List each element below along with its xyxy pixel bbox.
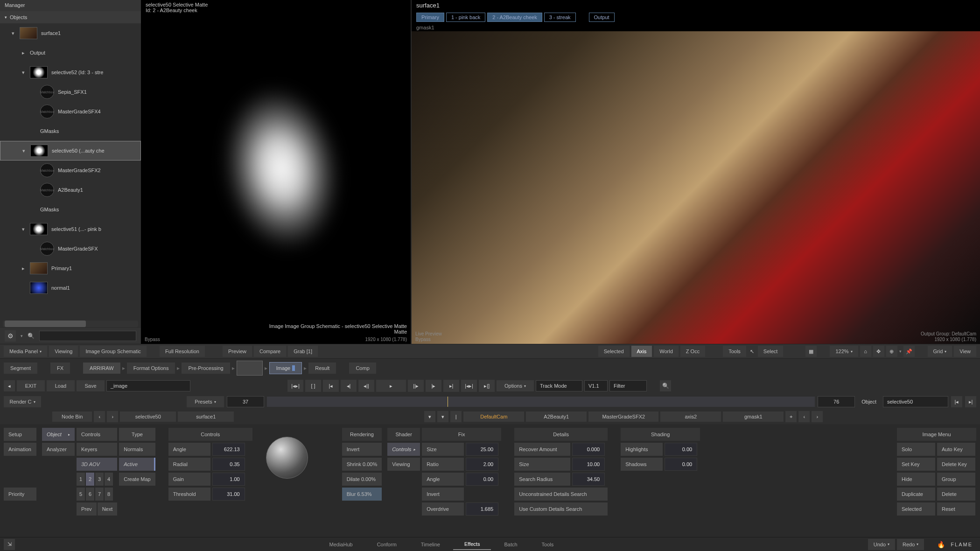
last-frame-button[interactable]: ▸|: [443, 380, 459, 392]
3d-aov-button[interactable]: 3D AOV: [77, 458, 117, 471]
ch-3[interactable]: 3: [95, 473, 104, 486]
deletekey-button[interactable]: Delete Key: [937, 458, 975, 471]
grid-icon[interactable]: ▦: [805, 346, 817, 357]
step-back-button[interactable]: ◂||: [358, 380, 374, 392]
zoom-dropdown[interactable]: 122%: [830, 346, 858, 357]
tree-hscroll[interactable]: [3, 321, 138, 327]
frame-in-field[interactable]: 37: [227, 396, 264, 407]
viewing-button[interactable]: Viewing: [49, 346, 78, 357]
autokey-button[interactable]: Auto Key: [937, 443, 975, 456]
expand-arrow-icon[interactable]: ▾: [10, 30, 16, 36]
fix-ratio-field[interactable]: 2.00: [466, 458, 498, 471]
next-obj-icon[interactable]: ▸|: [965, 396, 976, 407]
next-keyframe-button[interactable]: |▸: [426, 380, 441, 392]
group-button[interactable]: Group: [937, 473, 975, 486]
image-name-field[interactable]: _image: [106, 380, 190, 391]
tree-item[interactable]: normal1: [0, 278, 141, 298]
preview-canvas[interactable]: [412, 31, 980, 344]
unconstrained-button[interactable]: Unconstrained Details Search: [514, 488, 608, 501]
clip-thumb[interactable]: [237, 361, 263, 376]
filter-field[interactable]: Filter: [609, 380, 647, 391]
options-dropdown[interactable]: Options: [497, 380, 534, 391]
step-fwd-button[interactable]: ||▸: [408, 380, 424, 392]
tree-item[interactable]: MatchboxSepia_SFX1: [0, 82, 141, 102]
mediahub-tab[interactable]: MediaHub: [318, 539, 364, 550]
arriraw-node[interactable]: ARRIRAW: [83, 363, 120, 374]
ch-2[interactable]: 2: [86, 473, 94, 486]
prev-button[interactable]: Prev: [77, 502, 97, 516]
zocc-button[interactable]: Z Occ: [680, 346, 705, 357]
tree-item[interactable]: MatchboxA2Beauty1: [0, 180, 141, 200]
chevron-right-icon[interactable]: ›: [812, 411, 823, 422]
animation-button[interactable]: Animation: [4, 443, 36, 456]
prev-obj-icon[interactable]: |◂: [951, 396, 962, 407]
selective-tab[interactable]: 3 - streak: [544, 13, 576, 22]
add-icon[interactable]: +: [785, 411, 797, 422]
tree-item[interactable]: ▸Output: [0, 43, 141, 63]
object-dropdown[interactable]: Object▸: [42, 428, 75, 441]
duplicate-button[interactable]: Duplicate: [897, 488, 935, 501]
frame-out-field[interactable]: 76: [818, 396, 855, 407]
recover-field[interactable]: 0.000: [572, 443, 605, 456]
dropdown-icon[interactable]: ▾: [437, 411, 448, 422]
selected-menu-button[interactable]: Selected: [897, 502, 935, 516]
world-button[interactable]: World: [654, 346, 679, 357]
solo-button[interactable]: Solo: [897, 443, 935, 456]
presets-dropdown[interactable]: Presets: [187, 396, 224, 407]
media-panel-button[interactable]: Media Panel: [4, 346, 47, 357]
track-mode-field[interactable]: Track Mode: [536, 380, 582, 391]
dropdown-icon[interactable]: ▾: [424, 411, 435, 422]
tools-button[interactable]: Tools: [723, 346, 746, 357]
selective-tab[interactable]: 2 - A2Beauty cheek: [487, 13, 542, 22]
tree-item[interactable]: MatchboxMasterGradeSFX2: [0, 160, 141, 180]
normal-sphere-widget[interactable]: [259, 430, 315, 486]
fit-icon[interactable]: ✥: [873, 346, 884, 357]
nodebin-tab[interactable]: Node Bin: [52, 412, 92, 422]
ch-1[interactable]: 1: [77, 473, 85, 486]
dilate-field[interactable]: Dilate 0.00%: [342, 473, 382, 486]
chevron-right-icon[interactable]: ›: [107, 411, 118, 422]
exit-button[interactable]: EXIT: [17, 380, 45, 391]
priority-button[interactable]: Priority: [4, 488, 36, 501]
bypass-label-right[interactable]: Bypass: [412, 336, 434, 343]
camera-tab[interactable]: DefaultCam: [463, 412, 524, 422]
matte-canvas[interactable]: [141, 15, 411, 344]
expand-arrow-icon[interactable]: ▸: [21, 265, 26, 272]
active-toggle[interactable]: Active: [119, 458, 155, 471]
highlights-field[interactable]: 0.00: [665, 443, 697, 456]
load-button[interactable]: Load: [47, 380, 75, 391]
selected-button[interactable]: Selected: [598, 346, 630, 357]
redo-button[interactable]: Redo: [897, 539, 924, 550]
tree-item[interactable]: MatchboxMasterGradeSFX4: [0, 102, 141, 121]
create-map-button[interactable]: Create Map: [119, 473, 155, 486]
prev-keyframe-button[interactable]: ◂|: [341, 380, 357, 392]
tools-tab[interactable]: Tools: [531, 539, 565, 550]
invert-button[interactable]: Invert: [342, 443, 382, 456]
version-field[interactable]: V1.1: [584, 380, 608, 391]
render-dropdown[interactable]: Render C: [4, 396, 41, 407]
goto-start-button[interactable]: |◂▸|: [287, 380, 303, 392]
normals-button[interactable]: Normals: [119, 443, 155, 456]
gain-field[interactable]: 1.00: [212, 473, 245, 486]
tree-item[interactable]: ▾selective52 (Id: 3 - stre: [0, 63, 141, 82]
shader-viewing-button[interactable]: Viewing: [387, 458, 420, 471]
ch-8[interactable]: 8: [105, 488, 113, 501]
home-icon[interactable]: ⌂: [860, 346, 871, 357]
selective-tab[interactable]: Primary: [416, 13, 444, 22]
fix-angle-field[interactable]: 0.00: [466, 473, 498, 486]
tree-item[interactable]: GMasks: [0, 121, 141, 141]
threshold-field[interactable]: 31.00: [212, 488, 245, 501]
igs-button[interactable]: Image Group Schematic: [80, 346, 147, 357]
preprocessing-node[interactable]: Pre-Processing: [182, 363, 230, 374]
bypass-label[interactable]: Bypass: [141, 336, 164, 343]
conform-tab[interactable]: Conform: [366, 539, 408, 550]
gmask-tab[interactable]: gmask1: [723, 412, 784, 422]
tree-item[interactable]: ▾selective51 (...- pink b: [0, 219, 141, 239]
ch-7[interactable]: 7: [95, 488, 104, 501]
fix-invert-button[interactable]: Invert: [422, 488, 464, 501]
mastergrade-tab[interactable]: MasterGradeSFX2: [588, 412, 658, 422]
tree-item[interactable]: MatchboxMasterGradeSFX: [0, 239, 141, 258]
fix-size-field[interactable]: 25.00: [466, 443, 498, 456]
expand-icon[interactable]: ⇲: [4, 539, 15, 550]
details-size-field[interactable]: 10.00: [572, 458, 605, 471]
